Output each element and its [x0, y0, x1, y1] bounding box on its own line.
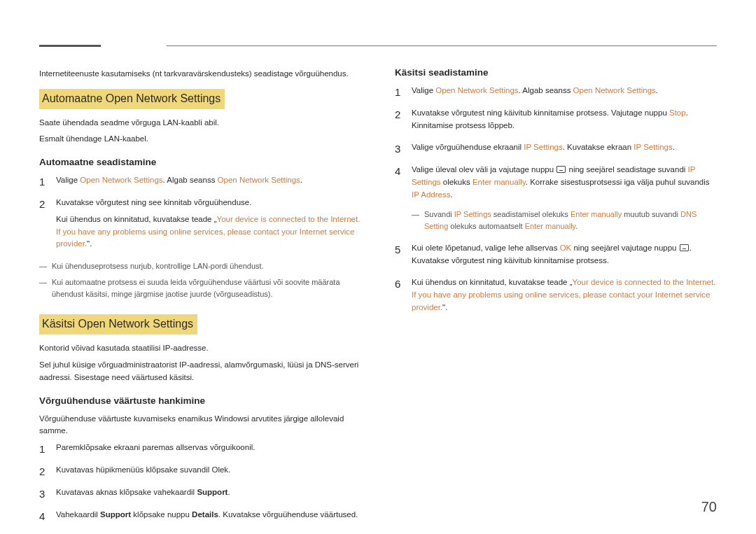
keyword-enter-manually: Enter manually	[570, 210, 622, 218]
header-rule-thin	[167, 45, 717, 46]
heading-get-values: Võrguühenduse väärtuste hankimine	[39, 394, 361, 409]
values-steps-list: Paremklõpsake ekraani paremas allservas …	[39, 442, 361, 521]
manual-step-5: Kui olete lõpetanud, valige lehe allserv…	[395, 242, 717, 267]
keyword-enter-manually: Enter manually	[472, 178, 526, 186]
manual-steps-list: Valige Open Network Settings. Algab sean…	[395, 85, 717, 314]
keyword-open-network-settings: Open Network Settings	[435, 86, 518, 94]
manual-step-4: Valige üleval olev väli ja vajutage nupp…	[395, 164, 717, 232]
auto-step-2: Kuvatakse võrgutest ning see kinnitab võ…	[39, 197, 361, 251]
manual-step-4-note: Suvandi IP Settings seadistamisel olekuk…	[412, 209, 717, 232]
values-step-2: Kuvatavas hüpikmenüüs klõpsake suvandil …	[39, 464, 361, 477]
auto-step-1: Valige Open Network Settings. Algab sean…	[39, 174, 361, 187]
keyword-ip-settings: IP Settings	[454, 210, 491, 218]
keyword-enter-manually: Enter manually	[525, 222, 576, 230]
heading-auto-setup: Automaatne seadistamine	[39, 155, 361, 170]
page-number: 70	[701, 499, 717, 515]
heading-manual-setup: Käsitsi seadistamine	[395, 66, 717, 80]
enter-icon	[680, 244, 689, 251]
values-step-1: Paremklõpsake ekraani paremas allservas …	[39, 442, 361, 454]
heading-manual-open-network: Käsitsi Open Network Settings	[39, 314, 197, 335]
auto-paragraph-1: Saate ühendada seadme võrguga LAN-kaabli…	[39, 117, 361, 129]
manual-step-3: Valige võrguühenduse ekraanil IP Setting…	[395, 141, 717, 154]
left-column: Internetiteenuste kasutamiseks (nt tarkv…	[39, 66, 361, 531]
keyword-ip-settings: IP Settings	[634, 143, 672, 151]
bold-support: Support	[100, 510, 131, 519]
keyword-ip-settings: IP Settings	[524, 143, 562, 151]
manual-step-1: Valige Open Network Settings. Algab sean…	[395, 85, 717, 97]
values-intro: Võrguühenduse väärtuste kuvamiseks enami…	[39, 413, 361, 438]
heading-auto-open-network: Automaatne Open Network Settings	[39, 89, 225, 109]
auto-steps-list: Valige Open Network Settings. Algab sean…	[39, 174, 361, 251]
bold-details: Details	[192, 510, 218, 519]
intro-text: Internetiteenuste kasutamiseks (nt tarkv…	[39, 68, 361, 80]
keyword-stop: Stop	[669, 108, 686, 117]
keyword-open-network-settings: Open Network Settings	[573, 86, 656, 94]
keyword-ok: OK	[560, 244, 572, 252]
manual-paragraph-2: Sel juhul küsige võrguadministraatorist …	[39, 359, 361, 384]
manual-step-6: Kui ühendus on kinnitatud, kuvatakse tea…	[395, 276, 717, 314]
enter-icon	[556, 166, 566, 173]
keyword-open-network-settings: Open Network Settings	[80, 176, 162, 184]
auto-note-1: Kui ühenduseprotsess nurjub, kontrollige…	[39, 260, 361, 272]
page: Internetiteenuste kasutamiseks (nt tarkv…	[0, 0, 756, 531]
keyword-ip-address: IP Address	[412, 190, 450, 199]
content-columns: Internetiteenuste kasutamiseks (nt tarkv…	[39, 66, 717, 531]
auto-note-2: Kui automaatne protsess ei suuda leida v…	[39, 276, 361, 300]
values-step-3: Kuvatavas aknas klõpsake vahekaardil Sup…	[39, 486, 361, 499]
header-rule-thick	[39, 45, 101, 47]
manual-paragraph-1: Kontorid võivad kasutada staatilisi IP-a…	[39, 342, 361, 355]
manual-step-2: Kuvatakse võrgutest ning käivitub kinnit…	[395, 107, 717, 132]
values-step-4: Vahekaardil Support klõpsake nuppu Detai…	[39, 509, 361, 521]
keyword-open-network-settings: Open Network Settings	[218, 176, 300, 184]
bold-support: Support	[197, 488, 227, 496]
auto-paragraph-2: Esmalt ühendage LAN-kaabel.	[39, 133, 361, 146]
right-column: Käsitsi seadistamine Valige Open Network…	[395, 66, 717, 531]
